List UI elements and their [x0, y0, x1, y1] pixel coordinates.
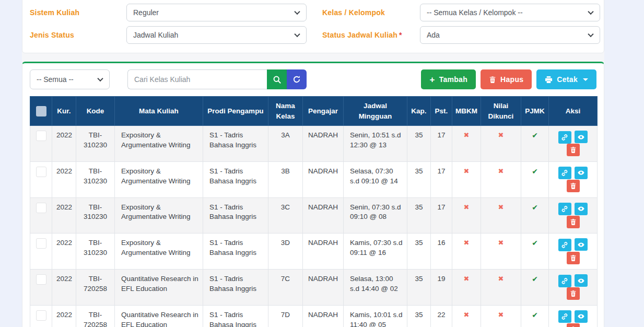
column-header-kap: Kap.: [407, 97, 431, 126]
link-button[interactable]: [558, 203, 571, 215]
cell-kode: TBI-720258: [76, 305, 115, 327]
status-jadwal-select[interactable]: Ada: [420, 26, 600, 44]
cell-jadwal: Kamis, 07:30 s.d 09:11 @ 16: [344, 233, 407, 270]
link-icon: [561, 169, 568, 177]
table-row: 2022 TBI-310230 Expository & Argumentati…: [30, 197, 598, 233]
row-checkbox[interactable]: [36, 274, 46, 285]
plus-icon: +: [429, 75, 435, 84]
row-checkbox[interactable]: [36, 238, 46, 249]
cell-kode: TBI-310230: [76, 197, 115, 233]
cell-kap: 35: [407, 233, 431, 270]
eye-icon: [577, 241, 585, 249]
cell-kode: TBI-310230: [76, 233, 115, 270]
search-group: [127, 69, 307, 89]
row-checkbox[interactable]: [36, 167, 46, 177]
link-icon: [561, 134, 568, 141]
delete-row-button[interactable]: [567, 252, 580, 264]
view-button[interactable]: [575, 310, 588, 323]
cell-pjmk-flag: ✔: [521, 233, 549, 270]
view-button[interactable]: [575, 238, 588, 251]
link-button[interactable]: [558, 167, 571, 179]
cell-jadwal: Kamis, 10:01 s.d 11:40 @ 05: [344, 305, 407, 327]
delete-row-button[interactable]: [567, 287, 580, 300]
refresh-icon: [292, 75, 301, 84]
column-header-pst: Pst.: [431, 97, 452, 126]
view-button[interactable]: [575, 274, 588, 287]
cell-nilai-dikunci-flag: ✖: [481, 233, 521, 270]
required-asterisk: *: [399, 31, 402, 39]
delete-row-button[interactable]: [567, 323, 580, 327]
refresh-button[interactable]: [287, 69, 307, 89]
cell-pengajar: NADRAH: [303, 233, 344, 270]
cell-pst: 19: [431, 270, 452, 306]
cell-pengajar: NADRAH: [303, 270, 344, 306]
add-button[interactable]: + Tambah: [421, 69, 476, 89]
column-header-mata-kuliah: Mata Kuliah: [115, 97, 203, 126]
table-row: 2022 TBI-310230 Expository & Argumentati…: [30, 233, 598, 270]
cell-pjmk-flag: ✔: [521, 270, 549, 306]
content-area: Sistem Kuliah Reguler Kelas / Kelompok -…: [22, 0, 604, 327]
table-body: 2022 TBI-310230 Expository & Argumentati…: [30, 126, 598, 327]
view-button[interactable]: [575, 131, 588, 143]
column-header-mbkm: MBKM: [452, 97, 481, 126]
column-header-jadwal: Jadwal Mingguan: [344, 97, 407, 126]
cell-mbkm-flag: ✖: [452, 270, 481, 306]
print-button[interactable]: Cetak: [536, 69, 596, 89]
cell-prodi: S1 - Tadris Bahasa Inggris: [203, 305, 268, 327]
cell-mbkm-flag: ✖: [452, 197, 481, 233]
view-button[interactable]: [575, 203, 588, 215]
select-all-checkbox[interactable]: [36, 106, 46, 116]
cell-prodi: S1 - Tadris Bahasa Inggris: [203, 233, 268, 270]
cell-kap: 35: [407, 305, 431, 327]
delete-row-button[interactable]: [567, 144, 580, 156]
delete-button[interactable]: Hapus: [481, 69, 532, 89]
table-row: 2022 TBI-720258 Quantitative Research in…: [30, 270, 598, 306]
eye-icon: [577, 205, 585, 213]
cell-nilai-dikunci-flag: ✖: [481, 161, 521, 197]
filter-all-select[interactable]: -- Semua --: [30, 69, 110, 89]
cell-nama-kelas: 3B: [268, 161, 303, 197]
link-icon: [561, 313, 568, 320]
cell-prodi: S1 - Tadris Bahasa Inggris: [203, 126, 268, 162]
cell-prodi: S1 - Tadris Bahasa Inggris: [203, 161, 268, 197]
delete-row-button[interactable]: [567, 180, 580, 192]
sistem-kuliah-select[interactable]: Reguler: [126, 4, 307, 21]
cell-kap: 35: [407, 197, 431, 233]
delete-row-button[interactable]: [567, 216, 580, 228]
cell-mata-kuliah: Expository & Argumentative Writing: [115, 126, 203, 162]
jenis-status-select[interactable]: Jadwal Kuliah: [126, 26, 307, 44]
table-wrapper: Kur. Kode Mata Kuliah Prodi Pengampu Nam…: [30, 96, 596, 327]
cell-nilai-dikunci-flag: ✖: [481, 197, 521, 233]
cell-mbkm-flag: ✖: [452, 305, 481, 327]
cell-pjmk-flag: ✔: [521, 126, 549, 162]
cell-nama-kelas: 3A: [268, 126, 303, 162]
kelas-kelompok-select[interactable]: -- Semua Kelas / Kelompok --: [420, 4, 600, 21]
search-input[interactable]: [127, 69, 267, 89]
trash-icon: [570, 182, 577, 190]
cell-nama-kelas: 3D: [268, 233, 303, 270]
cell-mbkm-flag: ✖: [452, 126, 481, 162]
cell-kode: TBI-720258: [76, 270, 115, 306]
link-button[interactable]: [558, 310, 571, 323]
row-checkbox[interactable]: [36, 131, 46, 141]
row-checkbox[interactable]: [36, 310, 46, 321]
jenis-status-select-wrap: Jadwal Kuliah: [126, 26, 307, 44]
row-checkbox[interactable]: [36, 203, 46, 213]
trash-icon: [570, 146, 577, 154]
cell-kode: TBI-310230: [76, 161, 115, 197]
link-button[interactable]: [558, 131, 571, 144]
view-button[interactable]: [575, 167, 588, 179]
link-button[interactable]: [558, 275, 571, 287]
link-button[interactable]: [558, 239, 571, 251]
cell-pjmk-flag: ✔: [521, 305, 549, 327]
link-icon: [561, 277, 568, 285]
cell-nama-kelas: 7C: [268, 270, 303, 306]
search-button[interactable]: [267, 69, 287, 89]
column-header-pjmk: PJMK: [521, 97, 549, 126]
cell-pengajar: NADRAH: [303, 197, 344, 233]
cell-mata-kuliah: Quantitative Research in EFL Education: [115, 270, 203, 306]
column-header-kode: Kode: [76, 97, 115, 126]
sistem-kuliah-label: Sistem Kuliah: [30, 8, 126, 17]
status-jadwal-label: Status Jadwal Kuliah*: [322, 31, 420, 39]
filter-card: Sistem Kuliah Reguler Kelas / Kelompok -…: [22, 0, 604, 53]
